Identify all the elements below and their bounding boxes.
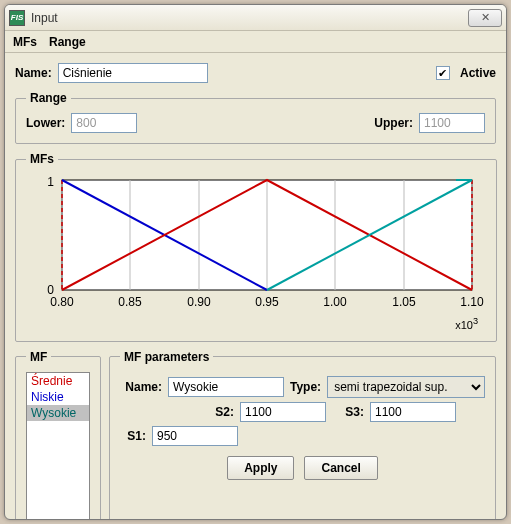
titlebar: FIS Input ✕: [5, 5, 506, 31]
mf-list-legend: MF: [26, 350, 51, 364]
xtick-4: 1.00: [323, 295, 347, 309]
menubar: MFs Range: [5, 31, 506, 53]
mf-listbox[interactable]: Średnie Niskie Wysokie: [26, 372, 90, 520]
range-fieldset: Range Lower: Upper:: [15, 91, 496, 144]
upper-label: Upper:: [374, 116, 413, 130]
mfs-chart-legend: MFs: [26, 152, 58, 166]
s3-input[interactable]: [370, 402, 456, 422]
input-dialog: FIS Input ✕ MFs Range Name: ✔ Active Ran…: [4, 4, 507, 520]
mf-name-input[interactable]: [168, 377, 284, 397]
menu-mfs[interactable]: MFs: [13, 35, 37, 49]
mf-type-label: Type:: [290, 380, 321, 394]
axis-exponent: x103: [26, 316, 486, 331]
apply-button[interactable]: Apply: [227, 456, 294, 480]
name-input[interactable]: [58, 63, 208, 83]
ytick-1: 1: [47, 175, 54, 189]
xtick-6: 1.10: [460, 295, 484, 309]
upper-input[interactable]: [419, 113, 485, 133]
mf-item-srednie[interactable]: Średnie: [27, 373, 89, 389]
cancel-button[interactable]: Cancel: [304, 456, 377, 480]
mfs-chart: 0 1 0.80 0.85 0.90 0.95 1.00 1.05 1.10 x…: [26, 174, 486, 331]
s2-input[interactable]: [240, 402, 326, 422]
xtick-5: 1.05: [392, 295, 416, 309]
window-title: Input: [31, 11, 468, 25]
xtick-1: 0.85: [118, 295, 142, 309]
xtick-2: 0.90: [187, 295, 211, 309]
mfs-chart-fieldset: MFs: [15, 152, 497, 342]
lower-label: Lower:: [26, 116, 65, 130]
name-label: Name:: [15, 66, 52, 80]
range-legend: Range: [26, 91, 71, 105]
xtick-0: 0.80: [50, 295, 74, 309]
s1-input[interactable]: [152, 426, 238, 446]
mf-type-select[interactable]: semi trapezoidal sup.: [327, 376, 485, 398]
mf-params-legend: MF parameters: [120, 350, 213, 364]
mf-item-niskie[interactable]: Niskie: [27, 389, 89, 405]
active-checkbox[interactable]: ✔: [436, 66, 450, 80]
close-icon: ✕: [481, 11, 490, 24]
mf-list-fieldset: MF Średnie Niskie Wysokie: [15, 350, 101, 520]
s3-label: S3:: [338, 405, 364, 419]
close-button[interactable]: ✕: [468, 9, 502, 27]
active-label: Active: [460, 66, 496, 80]
s1-label: S1:: [120, 429, 146, 443]
app-icon: FIS: [9, 10, 25, 26]
menu-range[interactable]: Range: [49, 35, 86, 49]
xtick-3: 0.95: [255, 295, 279, 309]
mf-name-label: Name:: [120, 380, 162, 394]
s2-label: S2:: [208, 405, 234, 419]
lower-input[interactable]: [71, 113, 137, 133]
mf-item-wysokie[interactable]: Wysokie: [27, 405, 89, 421]
mf-params-fieldset: MF parameters Name: Type: semi trapezoid…: [109, 350, 496, 520]
